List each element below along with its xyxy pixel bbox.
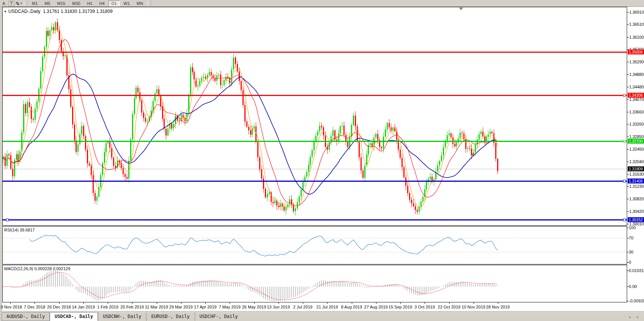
macd-indicator-label: MACD(12,26,9) 0.000228 0.002129: [4, 266, 70, 271]
price-level-badge: 1.31405: [628, 179, 644, 184]
price-level-badge: 1.34206: [628, 93, 644, 98]
macd-scale-label: 0.010311: [629, 268, 644, 273]
date-label: 1 Feb 2019: [97, 305, 118, 309]
price-tick-label: 1.32850: [629, 134, 644, 139]
price-tick-label: 1.33260: [629, 122, 644, 126]
chart-tab-usdchf[interactable]: USDCHF-, Daily: [195, 312, 243, 321]
tab-scroll-arrows[interactable]: ◄ ►: [629, 315, 641, 319]
date-label: 26 May 2019: [242, 305, 266, 309]
macd-scale-label: -0.009203: [629, 299, 644, 303]
arrow-cursor-icon[interactable]: A: [0, 1, 7, 6]
date-label: 19 Nov 2018: [0, 305, 22, 309]
macd-scale-label: 0.00: [629, 284, 637, 289]
price-tick-label: 1.30820: [629, 197, 644, 201]
timeframe-button-m30[interactable]: M30: [69, 0, 83, 6]
chart-tab-eurusd[interactable]: EURUSD-, Daily: [146, 312, 194, 321]
date-label: 28 Nov 2019: [486, 305, 510, 309]
timeframe-button-h1[interactable]: H1: [84, 0, 95, 6]
date-label: 3 Oct 2019: [414, 305, 435, 309]
date-label: 26 Dec 2018: [47, 305, 71, 309]
text-tool-icon[interactable]: T: [8, 1, 15, 6]
chart-tab-audusd[interactable]: AUDUSD-, Daily: [2, 312, 50, 321]
top-toolbar: A T ▼ M1M5M15M30H1H4D1W1MN: [0, 0, 644, 7]
price-level-badge: 1.35606: [628, 50, 644, 55]
date-label: 7 Dec 2018: [24, 305, 45, 309]
price-level-badge: 1.30152: [628, 217, 644, 222]
price-tick-label: 1.34480: [629, 85, 644, 89]
price-tick-label: 1.30420: [629, 209, 644, 214]
chart-canvas[interactable]: [0, 0, 644, 321]
chart-tab-bar: AUDUSD-, DailyUSDCAD-, DailyUSDCNH-, Dai…: [0, 312, 644, 321]
date-label: 10 Nov 2019: [462, 305, 485, 309]
rsi-scale-label: 100: [629, 225, 636, 230]
date-label: 22 Oct 2019: [438, 305, 461, 309]
chart-tab-usdcnh[interactable]: USDCNH-, Daily: [98, 312, 146, 321]
rsi-indicator-label: RSI(14) 39.6817: [4, 228, 35, 232]
chart-title-symbol: USDCAD-,Daily: [8, 9, 41, 14]
date-label: 8 Aug 2019: [341, 305, 362, 309]
date-label: 7 May 2019: [219, 305, 241, 309]
timeframe-button-h4[interactable]: H4: [96, 0, 107, 6]
price-tick-label: 1.36910: [629, 10, 644, 14]
price-tick-label: 1.34880: [629, 72, 644, 77]
date-label: 17 Apr 2019: [194, 305, 216, 309]
timeframe-button-mn[interactable]: MN: [134, 0, 146, 6]
trading-terminal-window: A T ▼ M1M5M15M30H1H4D1W1MN ▼USDCAD-,Dail…: [0, 0, 644, 321]
current-price-badge: 1.31809: [628, 166, 644, 171]
price-tick-label: 1.31630: [629, 172, 644, 176]
price-level-badge: 1.32700: [628, 139, 644, 144]
date-label: 29 Mar 2019: [169, 305, 193, 309]
date-label: 13 Jun 2019: [267, 305, 290, 309]
price-tick-label: 1.31230: [629, 184, 644, 189]
draw-arrows-glyph: [16, 1, 20, 6]
chart-title-ohlc: 1.31761 1.31830 1.31739 1.31809: [43, 9, 113, 14]
chart-title: ▼USDCAD-,Daily 1.31761 1.31830 1.31739 1…: [4, 9, 113, 14]
dropdown-caret-icon: ▼: [20, 2, 22, 5]
draw-objects-dropdown-icon[interactable]: ▼: [16, 1, 22, 6]
date-label: 27 Aug 2019: [364, 305, 388, 309]
rsi-scale-label: 70: [629, 236, 633, 240]
price-tick-label: 1.36510: [629, 22, 644, 27]
date-label: 2 Jul 2019: [293, 305, 313, 309]
price-tick-label: 1.36100: [629, 35, 644, 39]
timeframe-button-w1[interactable]: W1: [121, 0, 133, 6]
collapse-indicator-icon[interactable]: ▼: [4, 10, 7, 13]
date-label: 14 Jan 2019: [72, 305, 95, 309]
price-tick-label: 1.34070: [629, 97, 644, 102]
timeframe-button-m15[interactable]: M15: [54, 0, 68, 6]
rsi-scale-label: 30: [629, 250, 633, 254]
date-label: 20 Feb 2019: [120, 305, 144, 309]
timeframe-button-d1[interactable]: D1: [109, 0, 120, 6]
toolbar-grip: [24, 1, 27, 6]
price-tick-label: 1.32450: [629, 147, 644, 151]
timeframe-button-m1[interactable]: M1: [29, 0, 41, 6]
timeframe-button-m5[interactable]: M5: [41, 0, 53, 6]
date-label: 15 Sep 2019: [389, 305, 412, 309]
date-label: 11 Mar 2019: [145, 305, 168, 309]
rsi-scale-label: 0: [629, 260, 631, 264]
price-tick-label: 1.32040: [629, 159, 644, 164]
price-tick-label: 1.33660: [629, 110, 644, 114]
price-tick-label: 1.35290: [629, 60, 644, 64]
toolbar-grip: [148, 1, 151, 6]
chart-tab-usdcad[interactable]: USDCAD-, Daily: [50, 312, 98, 321]
date-label: 21 Jul 2019: [316, 305, 338, 309]
